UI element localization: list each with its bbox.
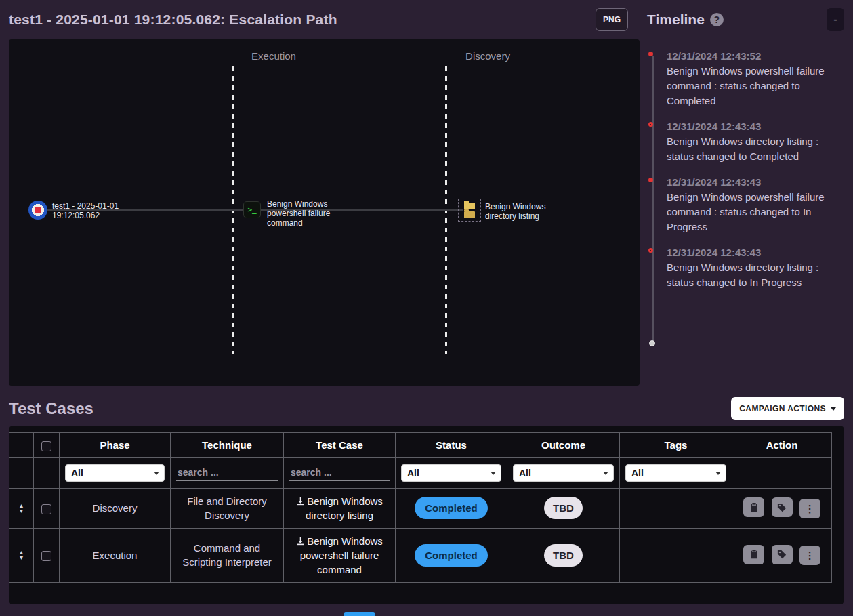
timeline-event-text: Benign Windows directory listing : statu… <box>667 134 841 164</box>
phase-filter-select[interactable]: All <box>65 464 165 482</box>
status-badge[interactable]: Completed <box>415 497 488 519</box>
header-cell-status: Status <box>396 433 507 458</box>
tags-cell <box>620 528 732 582</box>
timeline-event: 12/31/2024 12:43:52 Benign Windows power… <box>648 49 841 108</box>
tag-icon <box>777 550 787 559</box>
timeline-event-text: Benign Windows powershell failure comman… <box>667 64 841 108</box>
timeline-header: Timeline ? - <box>639 8 844 31</box>
status-filter-select[interactable]: All <box>401 464 501 482</box>
testcase-cell: Benign Windows powershell failure comman… <box>284 528 396 582</box>
header-cell-select <box>34 433 60 458</box>
more-options-button[interactable]: ⋮ <box>799 499 820 518</box>
copy-button[interactable] <box>743 497 764 517</box>
tag-button[interactable] <box>772 497 793 517</box>
outcome-filter-select[interactable]: All <box>513 464 614 482</box>
row-checkbox[interactable] <box>41 551 51 561</box>
folder-glyph-bottom <box>464 211 475 218</box>
select-all-checkbox[interactable] <box>41 441 51 451</box>
test-cases-title: Test Cases <box>9 399 731 418</box>
timeline-title: Timeline <box>647 12 705 28</box>
header-cell-phase: Phase <box>60 433 171 458</box>
execution-node-label: Benign Windows powershell failure comman… <box>267 199 343 228</box>
timeline-list: 12/31/2024 12:43:52 Benign Windows power… <box>648 49 841 290</box>
outcome-badge[interactable]: TBD <box>544 497 583 519</box>
phase-column-label-execution: Execution <box>251 50 296 62</box>
status-badge[interactable]: Completed <box>415 544 488 567</box>
campaign-target-icon[interactable] <box>28 201 47 220</box>
test-cases-table: Phase Technique Test Case Status Outcome… <box>9 432 832 583</box>
folder-glyph-top <box>464 203 475 209</box>
action-cell: ⋮ <box>732 528 832 582</box>
outcome-cell: TBD <box>507 488 620 528</box>
main-area: Execution Discovery test1 - 2025-01-01 1… <box>0 39 853 386</box>
campaign-actions-label: CAMPAIGN ACTIONS <box>739 404 826 413</box>
more-options-button[interactable]: ⋮ <box>799 546 820 565</box>
tag-button[interactable] <box>772 545 793 564</box>
terminal-prompt-glyph: >_ <box>247 205 256 214</box>
drag-handle-icon[interactable]: ▴▾ <box>14 550 29 560</box>
download-icon <box>296 497 305 506</box>
chevron-down-icon <box>831 407 836 411</box>
help-icon[interactable]: ? <box>710 13 724 26</box>
campaign-node-label: test1 - 2025-01-01 19:12:05.062 <box>52 201 132 220</box>
download-icon <box>296 537 305 546</box>
timeline-event-timestamp: 12/31/2024 12:43:43 <box>667 245 841 260</box>
collapse-timeline-button[interactable]: - <box>827 8 844 31</box>
testcase-link[interactable]: Benign Windows directory listing <box>296 495 383 521</box>
timeline-panel: 12/31/2024 12:43:52 Benign Windows power… <box>640 39 844 386</box>
action-cell: ⋮ <box>732 488 832 528</box>
timeline-event-text: Benign Windows powershell failure comman… <box>667 190 841 234</box>
outcome-cell: TBD <box>507 528 620 582</box>
table-row: ▴▾ Execution Command and Scripting Inter… <box>9 528 832 582</box>
testcase-cell: Benign Windows directory listing <box>284 488 396 528</box>
header-cell-outcome: Outcome <box>507 433 620 458</box>
table-row: ▴▾ Discovery File and Directory Discover… <box>9 488 832 528</box>
drag-handle-icon[interactable]: ▴▾ <box>14 503 29 514</box>
phase-cell: Execution <box>60 528 171 582</box>
timeline-event-timestamp: 12/31/2024 12:43:43 <box>667 175 841 190</box>
discovery-node-label: Benign Windows directory listing <box>485 202 561 221</box>
png-export-button[interactable]: PNG <box>596 8 628 31</box>
outcome-badge[interactable]: TBD <box>544 544 583 567</box>
testcase-link[interactable]: Benign Windows powershell failure comman… <box>296 535 383 575</box>
phase-column-label-discovery: Discovery <box>465 50 510 62</box>
clipboard-icon <box>749 550 759 559</box>
timeline-event-timestamp: 12/31/2024 12:43:43 <box>667 119 841 134</box>
ellipsis-icon: ⋮ <box>805 504 815 514</box>
timeline-dot-icon <box>648 52 653 56</box>
table-filter-row: All All All All <box>9 457 832 488</box>
timeline-dot-icon <box>648 248 653 253</box>
table-header-row: Phase Technique Test Case Status Outcome… <box>9 433 832 458</box>
timeline-dot-icon <box>648 122 653 127</box>
timeline-dot-icon <box>648 178 653 182</box>
timeline-event: 12/31/2024 12:43:43 Benign Windows power… <box>648 175 841 234</box>
technique-cell: Command and Scripting Interpreter <box>171 528 284 582</box>
timeline-event-timestamp: 12/31/2024 12:43:52 <box>667 49 841 64</box>
tags-filter-select[interactable]: All <box>625 464 726 482</box>
clipboard-icon <box>749 503 759 512</box>
tag-icon <box>777 503 787 512</box>
tags-cell <box>620 488 732 528</box>
terminal-icon[interactable]: >_ <box>243 201 261 218</box>
row-checkbox[interactable] <box>41 504 51 514</box>
copy-button[interactable] <box>743 545 764 564</box>
technique-search-input[interactable] <box>176 464 278 481</box>
testcase-search-input[interactable] <box>289 464 390 481</box>
timeline-end-dot-icon <box>649 340 655 346</box>
escalation-path-canvas[interactable]: Execution Discovery test1 - 2025-01-01 1… <box>9 39 640 386</box>
timeline-event: 12/31/2024 12:43:43 Benign Windows direc… <box>648 119 841 164</box>
phase-cell: Discovery <box>60 488 171 528</box>
campaign-actions-button[interactable]: CAMPAIGN ACTIONS <box>731 397 844 420</box>
bottom-blue-indicator <box>344 612 375 616</box>
ellipsis-icon: ⋮ <box>805 550 815 560</box>
timeline-event: 12/31/2024 12:43:43 Benign Windows direc… <box>648 245 841 290</box>
page-title: test1 - 2025-01-01 19:12:05.062: Escalat… <box>9 12 596 28</box>
header-cell-tags: Tags <box>620 433 732 458</box>
test-cases-card: Phase Technique Test Case Status Outcome… <box>9 426 844 604</box>
timeline-event-text: Benign Windows directory listing : statu… <box>667 260 841 290</box>
folder-icon[interactable] <box>458 199 481 222</box>
app-header: test1 - 2025-01-01 19:12:05.062: Escalat… <box>0 0 853 39</box>
header-cell-technique: Technique <box>171 433 284 458</box>
test-cases-header: Test Cases CAMPAIGN ACTIONS <box>0 386 853 426</box>
status-cell: Completed <box>396 488 507 528</box>
